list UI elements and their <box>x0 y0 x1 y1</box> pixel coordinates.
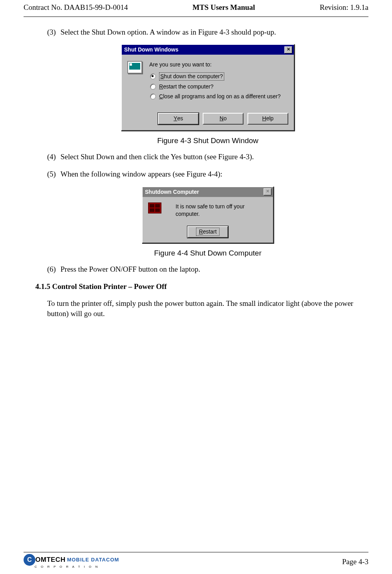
restart-button[interactable]: Restart <box>187 226 228 238</box>
yes-button[interactable]: Yes <box>158 113 199 125</box>
step-3: (3) Select the Shut Down option. A windo… <box>47 27 368 37</box>
step-4: (4) Select Shut Down and then click the … <box>47 152 368 162</box>
close-icon[interactable]: ✕ <box>284 46 292 53</box>
header-right: Revision: 1.9.1a <box>320 2 368 13</box>
step-5: (5) When the following window appears (s… <box>47 169 368 179</box>
company-logo: C OMTECH MOBILE DATACOM C O R P O R A T … <box>24 554 119 569</box>
section-paragraph: To turn the printer off, simply push the… <box>24 298 368 318</box>
dialog-titlebar[interactable]: Shut Down Windows ✕ <box>122 45 294 55</box>
step-3-text: Select the Shut Down option. A window as… <box>60 27 276 37</box>
radio-logoff[interactable]: Close all programs and log on as a diffe… <box>150 93 288 100</box>
no-button[interactable]: No <box>203 113 244 125</box>
shutdown-windows-dialog: Shut Down Windows ✕ Are you sure you wan… <box>121 44 295 131</box>
header-center: MTS Users Manual <box>192 2 255 13</box>
page-number: Page 4-3 <box>342 557 368 567</box>
monitor-icon <box>127 61 143 77</box>
footer-rule <box>24 552 368 552</box>
dialog-title: Shut Down Windows <box>124 46 178 53</box>
page-footer: C OMTECH MOBILE DATACOM C O R P O R A T … <box>24 548 368 569</box>
logo-text-omtech: OMTECH <box>35 556 66 565</box>
dialog-message: It is now safe to turn off your computer… <box>176 203 267 218</box>
step-5-num: (5) <box>47 169 60 179</box>
close-icon[interactable]: ✕ <box>264 188 271 195</box>
page-header: Contract No. DAAB15-99-D-0014 MTS Users … <box>24 2 368 16</box>
header-rule <box>24 17 368 17</box>
step-6-num: (6) <box>47 264 60 274</box>
shutdown-computer-dialog: Shutdown Computer ✕ It is now safe to tu… <box>142 186 274 243</box>
radio-dot-off-icon <box>150 84 156 90</box>
header-left: Contract No. DAAB15-99-D-0014 <box>24 2 128 13</box>
figure-4-4-caption: Figure 4-4 Shut Down Computer <box>47 248 368 258</box>
step-4-num: (4) <box>47 152 60 162</box>
logo-text-mobile-datacom: MOBILE DATACOM <box>67 556 119 563</box>
radio-restart[interactable]: Restart the computer? <box>150 83 288 90</box>
step-5-text: When the following window appears (see F… <box>60 169 222 179</box>
logo-icon: C <box>24 554 35 566</box>
radio-dot-on-icon <box>150 74 156 79</box>
logo-subtext: C O R P O R A T I O N <box>35 565 119 569</box>
dialog-prompt: Are you sure you want to: <box>149 61 288 68</box>
shutdown-icon <box>148 202 164 218</box>
step-6-text: Press the Power ON/OFF button on the lap… <box>60 264 200 274</box>
step-3-num: (3) <box>47 27 60 37</box>
step-6: (6) Press the Power ON/OFF button on the… <box>47 264 368 274</box>
dialog-titlebar[interactable]: Shutdown Computer ✕ <box>143 187 273 197</box>
dialog-title: Shutdown Computer <box>145 188 199 196</box>
radio-dot-off-icon <box>150 94 156 99</box>
step-4-text: Select Shut Down and then click the Yes … <box>60 152 254 162</box>
radio-shutdown[interactable]: Shut down the computer? <box>150 72 288 81</box>
figure-4-3-caption: Figure 4-3 Shut Down Window <box>47 136 368 146</box>
help-button[interactable]: Help <box>247 113 288 125</box>
section-heading: 4.1.5 Control Station Printer – Power Of… <box>24 281 368 292</box>
